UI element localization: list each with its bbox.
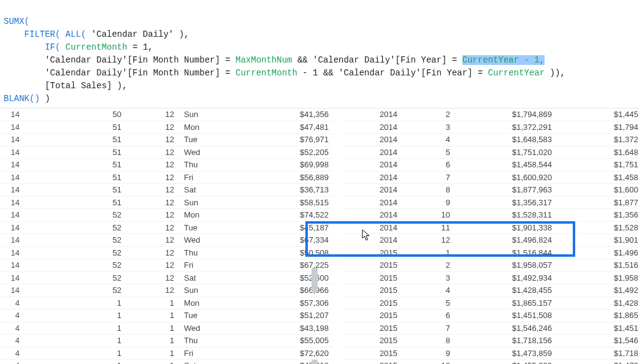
- table-row[interactable]: 20151$1,516,844$1,496,824: [343, 246, 639, 259]
- table-row[interactable]: 145112Fri$56,889: [0, 171, 334, 184]
- cell-month: 4: [402, 134, 455, 146]
- left-grid[interactable]: 145012Sun$41,356145112Mon$47,481145112Tu…: [0, 108, 334, 364]
- table-row[interactable]: 201411$1,901,338$1,528,311: [343, 221, 639, 234]
- cell-week: 52: [25, 284, 126, 297]
- cell-month: 12: [126, 146, 179, 159]
- cell-idx: 4: [0, 322, 25, 335]
- cell-week: 1: [25, 309, 126, 322]
- cell-day: Thu: [179, 335, 238, 347]
- cell-idx: 14: [0, 196, 25, 209]
- cell-month: 12: [126, 121, 179, 134]
- cell-day: Thu: [179, 159, 238, 172]
- table-row[interactable]: 411Mon$57,306: [0, 297, 334, 309]
- table-row[interactable]: 201412$1,496,824$1,901,338: [343, 234, 639, 247]
- cell-idx: 4: [0, 347, 25, 360]
- table-row[interactable]: 145112Wed$52,205: [0, 146, 334, 159]
- cell-month: 9: [402, 196, 455, 209]
- table-row[interactable]: 20158$1,718,156$1,546,246: [343, 335, 639, 347]
- cell-month: 12: [126, 259, 179, 272]
- cell-month: 12: [126, 159, 179, 172]
- cell-value1: $1,718,156: [455, 335, 557, 347]
- table-row[interactable]: 20157$1,546,246$1,451,508: [343, 322, 639, 335]
- table-row[interactable]: 411Tue$51,207: [0, 309, 334, 322]
- dax-formula[interactable]: SUMX( FILTER( ALL( 'Calendar Daily' ), I…: [0, 0, 639, 108]
- cell-value2: $1,356,317: [557, 209, 639, 222]
- table-row[interactable]: 20149$1,356,317$1,877,963(0: [343, 196, 639, 209]
- table-row[interactable]: 20148$1,877,963$1,600,920: [343, 184, 639, 197]
- cell-month: 12: [126, 134, 179, 146]
- table-row[interactable]: 411Fri$72,620: [0, 347, 334, 360]
- table-row[interactable]: 145212Wed$67,334: [0, 234, 334, 247]
- table-row[interactable]: 145212Thu$50,508: [0, 246, 334, 259]
- table-row[interactable]: 20145$1,751,020$1,648,583: [343, 146, 639, 159]
- table-row[interactable]: 20153$1,492,934$1,958,057(0: [343, 271, 639, 284]
- table-row[interactable]: 145012Sun$41,356: [0, 108, 334, 121]
- table-row[interactable]: 20142$1,794,869$1,445,929: [343, 108, 639, 121]
- table-row[interactable]: 145112Sun$58,515: [0, 196, 334, 209]
- cell-day: Thu: [179, 246, 238, 259]
- cell-day: Wed: [179, 146, 238, 159]
- table-row[interactable]: 145212Fri$67,225: [0, 259, 334, 272]
- cell-week: 1: [25, 347, 126, 360]
- cell-idx: 14: [0, 271, 25, 284]
- scrollbar-thumb[interactable]: [312, 268, 318, 292]
- cell-value1: $1,428,455: [455, 284, 557, 297]
- cell-value2: $1,516,844: [557, 259, 639, 272]
- table-row[interactable]: 145212Sun$66,966: [0, 284, 334, 297]
- table-row[interactable]: 20147$1,600,920$1,458,544: [343, 171, 639, 184]
- table-row[interactable]: 20152$1,958,057$1,516,844: [343, 259, 639, 272]
- cell-value2: $1,600,920: [557, 184, 639, 197]
- table-row[interactable]: 411Thu$55,005: [0, 335, 334, 347]
- cell-month: 12: [126, 271, 179, 284]
- right-table-pane: 20142$1,794,869$1,445,92920143$1,372,291…: [319, 108, 639, 364]
- table-row[interactable]: 20155$1,865,157$1,428,455: [343, 297, 639, 309]
- table-row[interactable]: 20156$1,451,508$1,865,157(0: [343, 309, 639, 322]
- table-row[interactable]: 145212Mon$74,522: [0, 209, 334, 222]
- cell-day: Sat: [179, 360, 238, 365]
- cell-month: 12: [126, 184, 179, 197]
- cell-month: 12: [126, 246, 179, 259]
- dax-fn: FILTER(: [25, 29, 61, 39]
- cell-day: Tue: [179, 134, 238, 146]
- cell-month: 12: [126, 284, 179, 297]
- table-row[interactable]: 201410$1,528,311$1,356,317: [343, 209, 639, 222]
- cell-value2: $1,546,246: [557, 335, 639, 347]
- cell-value2: $1,648,583: [557, 146, 639, 159]
- cell-month: 1: [126, 297, 179, 309]
- cell-month: 10: [402, 360, 455, 365]
- table-row[interactable]: 145112Mon$47,481: [0, 121, 334, 134]
- table-row[interactable]: 20143$1,372,291$1,794,869(0: [343, 121, 639, 134]
- table-row[interactable]: 20146$1,458,544$1,751,020(0: [343, 159, 639, 172]
- cell-idx: 14: [0, 246, 25, 259]
- table-row[interactable]: 145212Sat$52,600: [0, 271, 334, 284]
- right-grid[interactable]: 20142$1,794,869$1,445,92920143$1,372,291…: [343, 108, 639, 364]
- cell-month: 1: [126, 335, 179, 347]
- left-table-pane: 145012Sun$41,356145112Mon$47,481145112Tu…: [0, 108, 319, 364]
- table-row[interactable]: 145112Sat$36,713: [0, 184, 334, 197]
- cell-year: 2014: [343, 171, 402, 184]
- table-row[interactable]: 411Wed$43,198: [0, 322, 334, 335]
- table-row[interactable]: 201510$1,455,309$1,473,859: [343, 360, 639, 365]
- cell-year: 2014: [343, 196, 402, 209]
- cell-year: 2015: [343, 347, 402, 360]
- cell-value2: $1,445,929: [557, 108, 639, 121]
- table-row[interactable]: 145112Tue$76,971: [0, 134, 334, 146]
- cell-year: 2014: [343, 146, 402, 159]
- cell-month: 5: [402, 297, 455, 309]
- cell-idx: 14: [0, 284, 25, 297]
- table-row[interactable]: 20154$1,428,455$1,492,934(0: [343, 284, 639, 297]
- cell-idx: 4: [0, 297, 25, 309]
- scroll-arrow-icon[interactable]: [312, 360, 318, 364]
- cell-value2: $1,372,291: [557, 134, 639, 146]
- table-row[interactable]: 20144$1,648,583$1,372,291: [343, 134, 639, 146]
- table-row[interactable]: 145212Tue$45,187: [0, 221, 334, 234]
- cell-value1: $1,958,057: [455, 259, 557, 272]
- table-row[interactable]: 411Sat$47,310: [0, 360, 334, 365]
- table-row[interactable]: 20159$1,473,859$1,718,156(0: [343, 347, 639, 360]
- table-row[interactable]: 145112Thu$69,998: [0, 159, 334, 172]
- cell-month: 3: [402, 121, 455, 134]
- cell-week: 52: [25, 221, 126, 234]
- cell-day: Tue: [179, 309, 238, 322]
- cell-week: 51: [25, 159, 126, 172]
- scrollbar-track[interactable]: [310, 108, 318, 358]
